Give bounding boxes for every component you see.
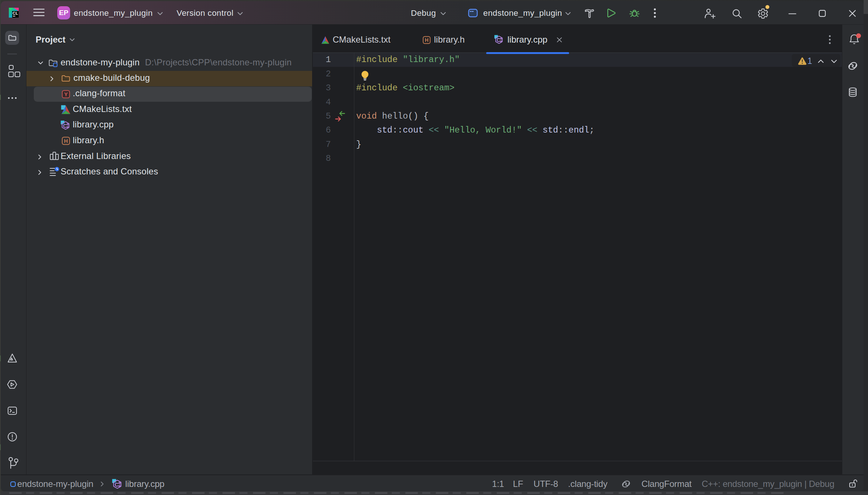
svg-text:Y: Y [64, 91, 68, 97]
svg-text:C: C [63, 123, 67, 129]
svg-text:CL: CL [12, 11, 18, 15]
svg-text:C: C [115, 481, 119, 488]
svg-text:H: H [425, 37, 428, 43]
svg-text:H: H [64, 138, 68, 144]
svg-text:C: C [497, 37, 500, 43]
